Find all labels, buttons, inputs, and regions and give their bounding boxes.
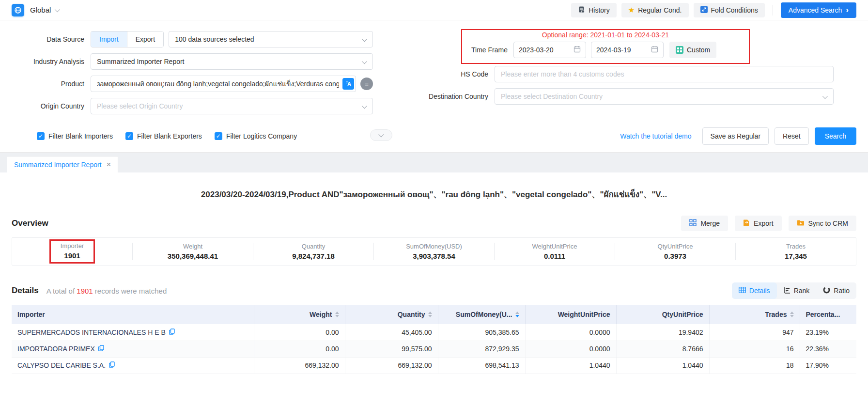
table-icon: [739, 287, 746, 295]
sort-icon[interactable]: [428, 312, 432, 317]
industry-analysis-value: Summarized Importer Report: [97, 58, 185, 65]
total-prefix: A total of: [46, 287, 75, 295]
regular-cond-button[interactable]: ★ Regular Cond.: [621, 3, 689, 17]
regular-cond-label: Regular Cond.: [638, 6, 682, 14]
cell-pct: 22.36%: [800, 341, 856, 357]
collapse-form-button[interactable]: [370, 129, 392, 141]
col-weight-unit-price[interactable]: WeightUnitPrice: [525, 305, 616, 324]
merge-icon: [689, 219, 697, 228]
cell-sum: 872,929.35: [438, 341, 525, 357]
chevron-down-icon: [378, 132, 384, 137]
stat-label: Weight: [133, 243, 253, 250]
overview-heading: Overview: [12, 219, 48, 228]
view-ratio-label: Ratio: [834, 287, 850, 295]
history-button[interactable]: History: [571, 3, 617, 17]
stat-sum-of-money: SumOfMoney(USD) 3,903,378.54: [373, 243, 494, 260]
stat-qty-unit-price: QtyUnitPrice 0.3973: [615, 243, 735, 260]
col-sum-of-money[interactable]: SumOfMoney(U...: [438, 305, 525, 324]
cell-trades: 947: [709, 324, 800, 341]
col-importer[interactable]: Importer: [12, 305, 254, 324]
data-sources-select[interactable]: 100 data sources selected: [169, 31, 373, 47]
tab-summarized-importer-report[interactable]: Summarized Importer Report ×: [7, 156, 118, 172]
cell-quantity: 45,405.00: [345, 324, 438, 341]
sort-desc-icon[interactable]: [515, 312, 519, 317]
copy-icon[interactable]: [169, 328, 175, 336]
advanced-search-button[interactable]: Advanced Search ›: [781, 2, 856, 18]
copy-icon[interactable]: [109, 361, 115, 369]
fold-conditions-label: Fold Conditions: [711, 6, 758, 14]
close-icon[interactable]: ×: [107, 160, 111, 169]
reset-button[interactable]: Reset: [775, 127, 809, 145]
destination-country-select[interactable]: Please select Destination Country: [495, 88, 834, 105]
save-as-regular-button[interactable]: Save as Regular: [702, 127, 769, 145]
sort-icon[interactable]: [335, 312, 339, 317]
hs-code-input[interactable]: Please enter more than 4 customs codes: [495, 66, 834, 82]
stat-label: QtyUnitPrice: [615, 243, 735, 250]
view-details-button[interactable]: Details: [732, 282, 777, 299]
export-tab[interactable]: Export: [127, 31, 163, 47]
cell-weight: 0.00: [254, 341, 345, 357]
region-selector-label[interactable]: Global: [30, 6, 51, 14]
importer-name[interactable]: SUPERMERCADOS INTERNACIONALES H E B: [17, 328, 166, 336]
col-label: Percenta...: [806, 311, 840, 318]
filter-logitics-company-checkbox[interactable]: ✓ Filter Logitics Company: [215, 132, 297, 140]
start-date-input[interactable]: 2023-03-20: [513, 42, 586, 58]
search-button[interactable]: Search: [815, 127, 856, 145]
chevron-down-icon[interactable]: [55, 6, 60, 12]
divider: [773, 5, 773, 16]
importer-name[interactable]: IMPORTADORA PRIMEX: [17, 345, 95, 353]
cell-quantity: 99,575.00: [345, 341, 438, 357]
chevron-down-icon: [362, 59, 367, 64]
cell-wup: 0.0000: [525, 324, 616, 341]
copy-icon[interactable]: [98, 345, 104, 353]
importer-name[interactable]: CALYPSO DEL CARIBE S.A.: [17, 361, 106, 369]
fold-conditions-button[interactable]: Fold Conditions: [694, 3, 765, 17]
import-tab[interactable]: Import: [91, 31, 127, 47]
circle-lines-icon[interactable]: ≡: [360, 78, 373, 90]
industry-analysis-select[interactable]: Summarized Importer Report: [91, 53, 373, 70]
col-percentage[interactable]: Percenta...: [800, 305, 856, 324]
sync-to-crm-button[interactable]: Sync to CRM: [789, 216, 856, 231]
stat-label: Trades: [736, 243, 856, 250]
end-date-input[interactable]: 2024-03-19: [591, 42, 664, 58]
filter-blank-importers-checkbox[interactable]: ✓ Filter Blank Importers: [37, 132, 113, 140]
advanced-search-label: Advanced Search: [789, 6, 842, 14]
time-frame-label: Time Frame: [467, 46, 508, 54]
cell-qup: 19.9402: [616, 324, 709, 341]
product-input[interactable]: [91, 76, 356, 92]
custom-range-button[interactable]: Custom: [669, 42, 716, 58]
col-quantity[interactable]: Quantity: [345, 305, 438, 324]
details-table: Importer Weight Quantity SumOfMoney(U...…: [12, 305, 856, 374]
export-button[interactable]: Export: [735, 216, 781, 231]
start-date-value: 2023-03-20: [519, 46, 554, 54]
custom-range-icon: [676, 46, 683, 54]
view-switch: Details Rank Ratio: [732, 282, 856, 299]
total-suffix: records were matched: [95, 287, 167, 295]
view-ratio-button[interactable]: Ratio: [816, 282, 856, 299]
col-label: WeightUnitPrice: [558, 311, 610, 318]
globe-icon[interactable]: [12, 4, 24, 16]
col-qty-unit-price[interactable]: QtyUnitPrice: [616, 305, 709, 324]
filter-blank-exporters-checkbox[interactable]: ✓ Filter Blank Exporters: [125, 132, 202, 140]
col-trades[interactable]: Trades: [709, 305, 800, 324]
col-weight[interactable]: Weight: [254, 305, 345, 324]
sort-icon[interactable]: [790, 312, 794, 317]
cell-pct: 23.19%: [800, 324, 856, 341]
cell-trades: 18: [709, 357, 800, 374]
col-label: Quantity: [398, 311, 425, 318]
merge-button[interactable]: Merge: [681, 216, 728, 231]
optional-range-text: Optional range: 2021-01-01 to 2024-03-21: [467, 31, 744, 39]
destination-country-placeholder: Please select Destination Country: [501, 93, 603, 100]
origin-country-select[interactable]: Please select Origin Country: [91, 98, 373, 114]
search-form: Data Source Import Export 100 data sourc…: [0, 20, 868, 153]
check-icon: ✓: [37, 132, 45, 140]
translate-icon[interactable]: A: [342, 78, 354, 90]
view-rank-button[interactable]: Rank: [777, 282, 817, 299]
filter-blank-importers-label: Filter Blank Importers: [48, 132, 113, 140]
product-label: Product: [12, 80, 84, 88]
cell-wup: 1.0440: [525, 357, 616, 374]
stat-label: WeightUnitPrice: [495, 243, 615, 250]
chevron-down-icon: [822, 94, 828, 99]
export-icon: [743, 219, 750, 228]
tutorial-link[interactable]: Watch the tutorial demo: [620, 132, 691, 140]
